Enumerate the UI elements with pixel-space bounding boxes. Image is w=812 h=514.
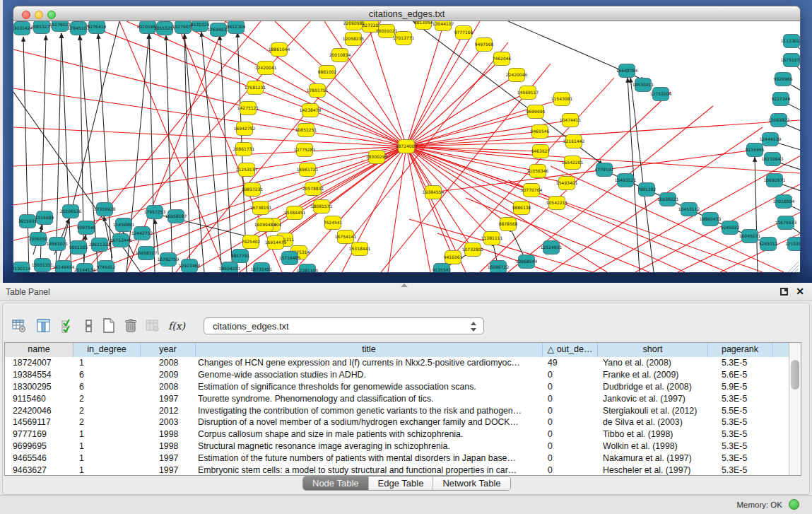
network-node[interactable]: 11456891 bbox=[113, 218, 135, 232]
network-node[interactable]: 15692971 bbox=[764, 174, 786, 187]
memory-status-dot[interactable] bbox=[789, 499, 799, 510]
network-node[interactable]: 18724007 bbox=[396, 140, 418, 153]
network-node[interactable]: 9463627 bbox=[531, 145, 551, 158]
network-node[interactable]: 16731451 bbox=[251, 263, 273, 273]
network-node[interactable]: 20206536 bbox=[60, 205, 82, 218]
table-row[interactable]: 946362711997Embryonic stem cells: a mode… bbox=[5, 465, 801, 476]
splitter-handle-icon[interactable] bbox=[401, 284, 408, 287]
float-panel-icon[interactable] bbox=[780, 288, 788, 296]
network-node[interactable]: 10542211 bbox=[546, 197, 568, 210]
network-node[interactable]: 20144134 bbox=[74, 264, 96, 273]
network-node[interactable]: 8215955 bbox=[746, 144, 765, 157]
network-node[interactable]: 18604201 bbox=[219, 262, 241, 273]
network-node[interactable]: 10474411 bbox=[560, 114, 582, 127]
table-row[interactable]: 1830029562008Estimation of significance … bbox=[5, 381, 801, 393]
network-node[interactable]: 12753204 bbox=[650, 88, 672, 101]
network-node[interactable]: 20611321 bbox=[89, 238, 111, 252]
network-node[interactable]: 12444139 bbox=[760, 133, 782, 146]
table-row[interactable]: 911546021997Tourette syndrome. Phenomeno… bbox=[5, 393, 801, 405]
network-node[interactable]: 10770764 bbox=[521, 184, 543, 197]
network-node[interactable]: 9497568 bbox=[475, 38, 494, 52]
scrollbar-thumb[interactable] bbox=[791, 360, 799, 390]
network-node[interactable]: 16782759 bbox=[158, 253, 180, 267]
network-node[interactable]: 7991202 bbox=[637, 183, 657, 197]
column-header-short[interactable]: short bbox=[598, 343, 708, 357]
network-node[interactable]: 12058235 bbox=[343, 33, 365, 46]
network-node[interactable]: 20010834 bbox=[329, 49, 351, 62]
network-node[interactable]: 15051351 bbox=[32, 259, 54, 272]
network-node[interactable]: 2506050 bbox=[29, 233, 48, 246]
network-node[interactable]: 17845103 bbox=[68, 22, 90, 35]
network-node[interactable]: 15493401 bbox=[556, 177, 578, 190]
network-node[interactable]: 14561021 bbox=[47, 238, 69, 251]
network-node[interactable]: 19384554 bbox=[423, 186, 445, 199]
network-node[interactable]: 16045031 bbox=[739, 230, 761, 243]
select-rows-button[interactable] bbox=[59, 317, 76, 335]
table-row[interactable]: 1872400712008Changes of HCN gene express… bbox=[5, 357, 801, 369]
network-node[interactable]: 17013771 bbox=[393, 32, 415, 45]
network-node[interactable]: 12161442 bbox=[563, 135, 585, 148]
table-vertical-scrollbar[interactable] bbox=[789, 343, 801, 475]
network-node[interactable]: 9130114 bbox=[13, 262, 31, 273]
row-toggle-button[interactable] bbox=[81, 317, 98, 335]
network-node[interactable]: 17016504 bbox=[773, 195, 795, 209]
network-node[interactable]: 7462046 bbox=[493, 52, 512, 66]
network-node[interactable]: 12442757 bbox=[131, 227, 153, 240]
network-node[interactable]: 17581231 bbox=[245, 81, 266, 95]
network-node[interactable]: 12420041 bbox=[255, 62, 277, 75]
table-selector[interactable]: citations_edges.txt bbox=[204, 317, 484, 334]
new-column-button[interactable] bbox=[100, 317, 117, 335]
network-node[interactable]: 8131024 bbox=[191, 21, 210, 32]
network-node[interactable]: 12103554 bbox=[785, 238, 800, 251]
network-node[interactable]: 22420046 bbox=[506, 69, 528, 82]
column-header-year[interactable]: year bbox=[141, 343, 196, 357]
table-row[interactable]: 1456911722003Disruption of a novel membe… bbox=[5, 416, 801, 428]
network-node[interactable]: 17851751 bbox=[307, 84, 329, 98]
network-node[interactable]: 11056346 bbox=[527, 165, 549, 178]
network-node[interactable]: 9886138 bbox=[512, 201, 531, 215]
network-node[interactable]: 23031424 bbox=[13, 22, 33, 35]
close-panel-icon[interactable]: ✕ bbox=[796, 286, 804, 297]
tab-network-table[interactable]: Network Table bbox=[433, 477, 510, 490]
column-header-name[interactable]: name bbox=[5, 343, 73, 357]
network-node[interactable]: 15716485 bbox=[279, 252, 301, 265]
network-node[interactable]: 16149414 bbox=[53, 261, 75, 273]
network-node[interactable]: 7524541 bbox=[324, 216, 343, 230]
network-node[interactable]: 9465546 bbox=[531, 125, 550, 139]
network-node[interactable]: 9097548 bbox=[77, 221, 96, 235]
table-row[interactable]: 946554611997Estimation of the future num… bbox=[5, 452, 801, 465]
network-node[interactable]: 10968544 bbox=[516, 255, 538, 269]
network-node[interactable]: 10453112 bbox=[678, 203, 700, 216]
network-node[interactable]: 18300295 bbox=[366, 151, 388, 164]
network-node[interactable]: 11381111 bbox=[481, 232, 503, 245]
function-builder-button[interactable]: f(x) bbox=[168, 317, 185, 335]
network-node[interactable]: 20861731 bbox=[233, 143, 255, 156]
network-node[interactable]: 15493121 bbox=[615, 174, 637, 187]
network-node[interactable]: 9227349 bbox=[772, 93, 791, 106]
network-node[interactable]: 9051205 bbox=[69, 241, 88, 255]
network-window-titlebar[interactable]: citations_edges.txt bbox=[13, 6, 801, 21]
network-node[interactable]: 9416061 bbox=[444, 251, 463, 264]
network-node[interactable]: 9861002 bbox=[318, 66, 337, 79]
network-node[interactable]: 6779197 bbox=[595, 163, 614, 177]
network-node[interactable]: 16753444 bbox=[110, 234, 132, 247]
network-node[interactable]: 11253137 bbox=[236, 163, 258, 177]
network-node[interactable]: 9135542 bbox=[433, 264, 452, 273]
network-node[interactable]: 9857791 bbox=[231, 250, 250, 263]
network-node[interactable]: 15751074 bbox=[781, 54, 800, 67]
network-node[interactable]: 22060581 bbox=[343, 21, 365, 30]
network-node[interactable]: 12923468 bbox=[179, 259, 201, 273]
tab-edge-table[interactable]: Edge Table bbox=[369, 477, 434, 490]
network-node[interactable]: 16754141 bbox=[335, 230, 357, 244]
network-node[interactable]: 16961721 bbox=[297, 163, 319, 177]
table-row[interactable]: 969969511998Structural magnetic resonanc… bbox=[5, 440, 801, 452]
network-node[interactable]: 18530411 bbox=[632, 78, 654, 92]
network-node[interactable]: 9745012 bbox=[97, 261, 116, 273]
network-node[interactable]: 9245012 bbox=[759, 238, 778, 251]
network-node[interactable]: 12775281 bbox=[294, 144, 316, 157]
network-node[interactable]: 1115689 bbox=[35, 211, 54, 225]
network-node[interactable]: 16942752 bbox=[234, 122, 256, 136]
network-node[interactable]: 18861044 bbox=[269, 43, 290, 57]
network-node[interactable]: 12524931 bbox=[541, 241, 563, 255]
tab-node-table[interactable]: Node Table bbox=[303, 477, 369, 490]
